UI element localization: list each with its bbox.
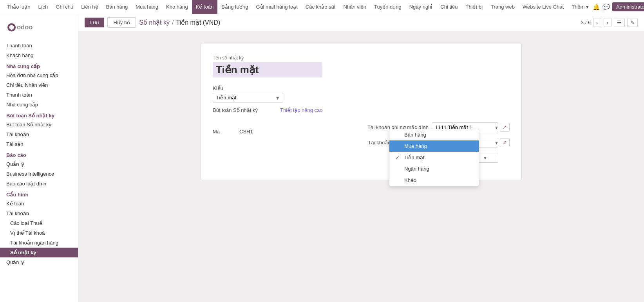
breadcrumb-sep: / [172,19,174,26]
nav-gui-mail[interactable]: Gửi mail hàng loạt [252,0,301,14]
dropdown-label-ngan-hang: Ngân hàng [404,166,429,172]
nav-khao-sat[interactable]: Các khảo sát [302,0,340,14]
nav-chi-tieu[interactable]: Chi tiêu [436,0,461,14]
sidebar-item-bao-cao-luat-dinh[interactable]: Báo cáo luật định [0,179,78,189]
sidebar-item-thanh-toan-1[interactable]: Thanh toán [0,41,78,50]
thiet-lap-link[interactable]: Thiết lập nâng cao [280,107,323,113]
tai-khoan-no-external-link-button[interactable]: ↗ [500,123,510,132]
form-area: Tên số nhật ký Bán hàng Mua hàng ✓ Tiền … [78,31,644,192]
nav-lich[interactable]: Lịch [34,0,52,14]
sidebar-item-tai-khoan-1[interactable]: Tài khoản [0,129,78,139]
journal-name-input[interactable] [213,62,322,77]
pagination-prev-button[interactable]: ‹ [593,18,601,27]
ma-label: Mã [213,129,236,135]
nav-ngay-nghi[interactable]: Ngày nghỉ [405,0,437,14]
sidebar-item-ke-toan[interactable]: Kế toán [0,199,78,209]
sidebar-item-bi[interactable]: Business Intelligence [0,169,78,179]
nav-kho-hang[interactable]: Kho hàng [162,0,192,14]
left-fields: Mã CSH1 [213,122,342,168]
nav-tuyen-dung[interactable]: Tuyển dụng [370,0,405,14]
type-dropdown: Bán hàng Mua hàng ✓ Tiền mặt Ngân hàng [389,129,479,186]
breadcrumb: Số nhật ký / Tiền mặt (VND) [139,19,220,26]
top-navigation: Thảo luận Lịch Ghi chú Liên hệ Bán hàng … [0,0,644,14]
save-button[interactable]: Lưu [85,18,104,27]
sidebar-logo: odoo [0,14,78,41]
sidebar-item-tai-san[interactable]: Tài sản [0,139,78,149]
icon-notifications: 🔔 [593,4,600,11]
edit-view-button[interactable]: ✎ [627,18,638,27]
icon-chat: 💬 [602,4,610,11]
dropdown-label-mua-hang: Mua hàng [404,143,427,149]
sidebar-item-cac-loai-thue[interactable]: Các loại Thuế [0,218,78,228]
sidebar-item-vi-the-tai-khoa[interactable]: Vị thế Tài khoá [0,228,78,238]
nav-ke-toan[interactable]: Kế toán [192,0,218,14]
tai-khoan-co-external-link-button[interactable]: ↗ [500,138,510,147]
nav-ban-hang[interactable]: Bán hàng [102,0,132,14]
dropdown-item-tien-mat[interactable]: ✓ Tiền mặt [389,152,479,163]
breadcrumb-current: Tiền mặt (VND) [176,19,220,26]
cancel-button[interactable]: Hủy bỏ [107,17,136,28]
pagination-next-button[interactable]: › [604,18,611,27]
sidebar-item-tai-khoan-ngan-hang[interactable]: Tài khoản ngân hàng [0,238,78,248]
sidebar-cat-cau-hinh: Cấu hình [0,189,78,199]
ma-field-row: Mã CSH1 [213,129,342,135]
admin-user-button[interactable]: Administrator [612,2,644,11]
check-ban-hang [396,132,402,138]
kieu-select-wrap: Tiền mặt Bán hàng Mua hàng Ngân hàng Khá… [213,93,283,102]
sidebar-item-nha-cung-cap[interactable]: Nhà cung cấp [0,100,78,110]
dropdown-label-khac: Khác [404,177,416,183]
dropdown-item-khac[interactable]: Khác [389,174,479,186]
nav-nhan-vien[interactable]: Nhân viên [339,0,370,14]
check-mua-hang [396,144,402,149]
nav-website-live-chat[interactable]: Website Live Chat [519,0,568,14]
sidebar-item-hoa-don-ncc[interactable]: Hóa đơn nhà cung cấp [0,70,78,80]
sidebar-item-chi-tieu-nv[interactable]: Chi tiêu Nhân viên [0,80,78,90]
check-ngan-hang [396,166,402,172]
pagination: 3 / 9 ‹ › ☰ ✎ [581,18,638,27]
sidebar-item-quan-ly-1[interactable]: Quản lý [0,159,78,169]
sidebar-item-khach-hang[interactable]: Khách hàng [0,50,78,60]
nav-trang-web[interactable]: Trang web [487,0,519,14]
sidebar-cat-nha-cung-cap: Nhà cung cấp [0,60,78,70]
sidebar-cat-bao-cao: Báo cáo [0,149,78,159]
kieu-field: Kiểu Tiền mặt Bán hàng Mua hàng Ngân hàn… [213,85,283,102]
main-content: Lưu Hủy bỏ Số nhật ký / Tiền mặt (VND) 3… [78,14,644,302]
list-view-button[interactable]: ☰ [614,18,625,27]
dropdown-item-ngan-hang[interactable]: Ngân hàng [389,163,479,174]
sub-header: Lưu Hủy bỏ Số nhật ký / Tiền mặt (VND) 3… [78,14,644,31]
nav-mua-hang[interactable]: Mua hàng [132,0,162,14]
sidebar-item-so-nhat-ky[interactable]: Số nhật ký [0,248,78,257]
nav-ghi-chu[interactable]: Ghi chú [52,0,77,14]
but-toan-row: Bút toán Số nhật ký Thiết lập nâng cao [213,107,510,113]
sidebar-item-quan-ly-2[interactable]: Quản lý [0,257,78,267]
nav-them[interactable]: Thêm ▾ [568,0,593,14]
svg-point-1 [9,25,14,30]
pagination-info: 3 / 9 [581,20,591,25]
nav-lien-he[interactable]: Liên hệ [77,0,102,14]
sidebar-item-tai-khoan-2[interactable]: Tài khoản [0,209,78,218]
dropdown-item-ban-hang[interactable]: Bán hàng [389,129,479,140]
kieu-label: Kiểu [213,85,283,91]
breadcrumb-parent[interactable]: Số nhật ký [139,19,170,26]
sidebar-item-but-toan[interactable]: Bút toán Số nhật ký [0,120,78,129]
admin-label: Administrator [616,4,644,10]
form-card: Tên số nhật ký Bán hàng Mua hàng ✓ Tiền … [201,43,522,180]
nav-thiet-bi[interactable]: Thiết bị [461,0,487,14]
kieu-select[interactable]: Tiền mặt Bán hàng Mua hàng Ngân hàng Khá… [213,93,283,102]
nav-bang-luong[interactable]: Bảng lương [217,0,252,14]
but-toan-label: Bút toán Số nhật ký [213,107,275,113]
ma-value: CSH1 [239,129,253,135]
nav-thao-luan[interactable]: Thảo luận [3,0,34,14]
dropdown-label-tien-mat: Tiền mặt [404,155,425,160]
check-tien-mat: ✓ [396,155,402,160]
sidebar-cat-but-toan: Bút toán Số nhật ký [0,110,78,120]
sidebar: odoo Thanh toán Khách hàng Nhà cung cấp … [0,14,78,302]
dropdown-label-ban-hang: Bán hàng [404,132,426,138]
title-field-label: Tên số nhật ký [213,55,510,61]
check-khac [396,178,402,183]
svg-text:odoo: odoo [17,23,33,31]
kieu-row: Kiểu Tiền mặt Bán hàng Mua hàng Ngân hàn… [213,85,510,102]
sidebar-item-thanh-toan-2[interactable]: Thanh toán [0,90,78,100]
dropdown-item-mua-hang[interactable]: Mua hàng [389,140,479,152]
